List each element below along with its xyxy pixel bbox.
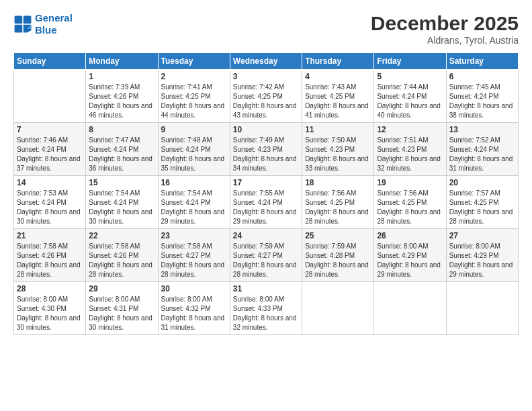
day-number: 13 [449, 125, 515, 134]
calendar: Sunday Monday Tuesday Wednesday Thursday… [13, 52, 519, 335]
day-number: 8 [89, 125, 154, 134]
day-number: 11 [305, 125, 371, 134]
day-info: Sunrise: 7:55 AMSunset: 4:24 PMDaylight:… [233, 189, 299, 226]
day-info: Sunrise: 7:39 AMSunset: 4:26 PMDaylight:… [89, 83, 154, 120]
table-row: 2Sunrise: 7:41 AMSunset: 4:25 PMDaylight… [158, 70, 230, 123]
day-info: Sunrise: 7:54 AMSunset: 4:24 PMDaylight:… [161, 189, 227, 226]
day-number: 6 [449, 72, 515, 81]
col-saturday: Saturday [446, 53, 518, 70]
table-row: 18Sunrise: 7:56 AMSunset: 4:25 PMDayligh… [302, 176, 374, 229]
day-info: Sunrise: 7:53 AMSunset: 4:24 PMDaylight:… [17, 189, 83, 226]
day-info: Sunrise: 7:56 AMSunset: 4:25 PMDaylight:… [377, 189, 443, 226]
day-number: 25 [305, 231, 371, 240]
col-thursday: Thursday [302, 53, 374, 70]
day-number: 14 [17, 178, 83, 187]
day-info: Sunrise: 7:49 AMSunset: 4:23 PMDaylight:… [233, 136, 299, 173]
day-info: Sunrise: 8:00 AMSunset: 4:29 PMDaylight:… [377, 242, 443, 279]
title-block: December 2025 Aldrans, Tyrol, Austria [371, 12, 519, 46]
table-row: 9Sunrise: 7:48 AMSunset: 4:24 PMDaylight… [158, 123, 230, 176]
day-number: 19 [377, 178, 443, 187]
day-number: 10 [233, 125, 299, 134]
day-info: Sunrise: 7:41 AMSunset: 4:25 PMDaylight:… [161, 83, 227, 120]
table-row: 14Sunrise: 7:53 AMSunset: 4:24 PMDayligh… [14, 176, 86, 229]
table-row: 21Sunrise: 7:58 AMSunset: 4:26 PMDayligh… [14, 229, 86, 282]
day-info: Sunrise: 7:52 AMSunset: 4:24 PMDaylight:… [449, 136, 515, 173]
col-sunday: Sunday [14, 53, 86, 70]
day-number: 2 [161, 72, 227, 81]
day-info: Sunrise: 7:59 AMSunset: 4:27 PMDaylight:… [233, 242, 299, 279]
table-row [302, 282, 374, 335]
col-wednesday: Wednesday [230, 53, 302, 70]
logo-general: General [35, 12, 73, 24]
day-number: 23 [161, 231, 227, 240]
day-number: 18 [305, 178, 371, 187]
table-row: 8Sunrise: 7:47 AMSunset: 4:24 PMDaylight… [86, 123, 158, 176]
table-row [374, 282, 446, 335]
table-row: 6Sunrise: 7:45 AMSunset: 4:24 PMDaylight… [446, 70, 518, 123]
day-info: Sunrise: 7:56 AMSunset: 4:25 PMDaylight:… [305, 189, 371, 226]
table-row: 7Sunrise: 7:46 AMSunset: 4:24 PMDaylight… [14, 123, 86, 176]
calendar-header-row: Sunday Monday Tuesday Wednesday Thursday… [14, 53, 519, 70]
month-title: December 2025 [371, 12, 519, 35]
svg-rect-1 [24, 16, 32, 24]
table-row: 17Sunrise: 7:55 AMSunset: 4:24 PMDayligh… [230, 176, 302, 229]
day-number: 21 [17, 231, 83, 240]
svg-rect-0 [15, 16, 23, 24]
table-row: 31Sunrise: 8:00 AMSunset: 4:33 PMDayligh… [230, 282, 302, 335]
day-info: Sunrise: 7:51 AMSunset: 4:23 PMDaylight:… [377, 136, 443, 173]
svg-rect-2 [15, 25, 23, 33]
day-number: 16 [161, 178, 227, 187]
table-row: 28Sunrise: 8:00 AMSunset: 4:30 PMDayligh… [14, 282, 86, 335]
table-row: 11Sunrise: 7:50 AMSunset: 4:23 PMDayligh… [302, 123, 374, 176]
header: General Blue December 2025 Aldrans, Tyro… [13, 12, 519, 46]
day-number: 7 [17, 125, 83, 134]
day-info: Sunrise: 7:47 AMSunset: 4:24 PMDaylight:… [89, 136, 154, 173]
table-row [14, 70, 86, 123]
day-info: Sunrise: 7:58 AMSunset: 4:26 PMDaylight:… [17, 242, 83, 279]
table-row: 29Sunrise: 8:00 AMSunset: 4:31 PMDayligh… [86, 282, 158, 335]
day-number: 29 [89, 284, 154, 293]
day-number: 15 [89, 178, 154, 187]
day-number: 17 [233, 178, 299, 187]
table-row: 26Sunrise: 8:00 AMSunset: 4:29 PMDayligh… [374, 229, 446, 282]
day-number: 20 [449, 178, 515, 187]
table-row: 24Sunrise: 7:59 AMSunset: 4:27 PMDayligh… [230, 229, 302, 282]
day-info: Sunrise: 8:00 AMSunset: 4:30 PMDaylight:… [17, 295, 83, 332]
day-info: Sunrise: 7:42 AMSunset: 4:25 PMDaylight:… [233, 83, 299, 120]
day-number: 12 [377, 125, 443, 134]
table-row: 4Sunrise: 7:43 AMSunset: 4:25 PMDaylight… [302, 70, 374, 123]
table-row: 5Sunrise: 7:44 AMSunset: 4:24 PMDaylight… [374, 70, 446, 123]
col-monday: Monday [86, 53, 158, 70]
day-number: 27 [449, 231, 515, 240]
table-row: 23Sunrise: 7:58 AMSunset: 4:27 PMDayligh… [158, 229, 230, 282]
calendar-week-row: 14Sunrise: 7:53 AMSunset: 4:24 PMDayligh… [14, 176, 519, 229]
location: Aldrans, Tyrol, Austria [371, 35, 519, 46]
table-row: 27Sunrise: 8:00 AMSunset: 4:29 PMDayligh… [446, 229, 518, 282]
logo-blue: Blue [35, 24, 57, 36]
logo-text: General Blue [35, 12, 73, 36]
table-row: 13Sunrise: 7:52 AMSunset: 4:24 PMDayligh… [446, 123, 518, 176]
day-info: Sunrise: 7:50 AMSunset: 4:23 PMDaylight:… [305, 136, 371, 173]
day-number: 24 [233, 231, 299, 240]
day-info: Sunrise: 7:46 AMSunset: 4:24 PMDaylight:… [17, 136, 83, 173]
day-number: 30 [161, 284, 227, 293]
day-info: Sunrise: 8:00 AMSunset: 4:31 PMDaylight:… [89, 295, 154, 332]
day-info: Sunrise: 8:00 AMSunset: 4:32 PMDaylight:… [161, 295, 227, 332]
col-tuesday: Tuesday [158, 53, 230, 70]
logo: General Blue [13, 12, 73, 36]
day-info: Sunrise: 7:44 AMSunset: 4:24 PMDaylight:… [377, 83, 443, 120]
day-info: Sunrise: 7:43 AMSunset: 4:25 PMDaylight:… [305, 83, 371, 120]
table-row: 25Sunrise: 7:59 AMSunset: 4:28 PMDayligh… [302, 229, 374, 282]
table-row: 12Sunrise: 7:51 AMSunset: 4:23 PMDayligh… [374, 123, 446, 176]
calendar-week-row: 7Sunrise: 7:46 AMSunset: 4:24 PMDaylight… [14, 123, 519, 176]
table-row: 3Sunrise: 7:42 AMSunset: 4:25 PMDaylight… [230, 70, 302, 123]
day-info: Sunrise: 7:59 AMSunset: 4:28 PMDaylight:… [305, 242, 371, 279]
col-friday: Friday [374, 53, 446, 70]
day-number: 3 [233, 72, 299, 81]
day-number: 9 [161, 125, 227, 134]
day-info: Sunrise: 7:48 AMSunset: 4:24 PMDaylight:… [161, 136, 227, 173]
table-row: 16Sunrise: 7:54 AMSunset: 4:24 PMDayligh… [158, 176, 230, 229]
day-info: Sunrise: 8:00 AMSunset: 4:29 PMDaylight:… [449, 242, 515, 279]
day-info: Sunrise: 7:58 AMSunset: 4:26 PMDaylight:… [89, 242, 154, 279]
day-info: Sunrise: 7:58 AMSunset: 4:27 PMDaylight:… [161, 242, 227, 279]
